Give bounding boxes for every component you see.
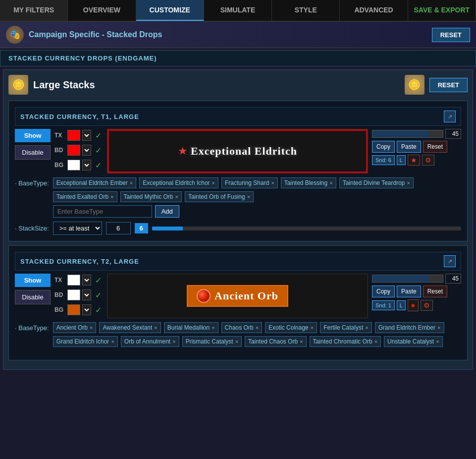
t1-tag-remove-1[interactable]: × — [212, 180, 215, 186]
t1-stacksize-operator[interactable]: >= at least — [53, 222, 102, 235]
nav-overview[interactable]: OVERVIEW — [68, 0, 136, 21]
t2-tag-remove-5[interactable]: × — [365, 325, 368, 331]
t1-snd-badge: Snd: 6 — [372, 155, 395, 165]
t2-show-disable-col: Show Disable — [15, 274, 51, 304]
t1-tag-remove-2[interactable]: × — [271, 180, 274, 186]
t1-bd-color-dropdown[interactable]: ▼ — [82, 145, 91, 156]
t2-tx-color-swatch[interactable] — [67, 275, 80, 286]
nav-my-filters[interactable]: MY FILTERS — [0, 0, 68, 21]
t2-l-badge: L — [397, 300, 406, 310]
t2-tag-label-12: Unstable Catalyst — [387, 338, 434, 345]
t2-tag-label-1: Awakened Sextant — [103, 324, 152, 331]
t1-tag-remove-5[interactable]: × — [110, 194, 113, 200]
t2-bd-color-dropdown[interactable]: ▼ — [82, 289, 91, 300]
t1-slider-track[interactable] — [372, 130, 443, 138]
t2-tag-label-5: Fertile Catalyst — [323, 324, 363, 331]
t2-tag-remove-1[interactable]: × — [154, 325, 157, 331]
stack-icon: 🪙 — [8, 75, 28, 95]
t1-tag-3: Tainted Blessing × — [281, 177, 336, 188]
t2-bd-check[interactable]: ✓ — [93, 290, 103, 300]
t2-paste-button[interactable]: Paste — [397, 286, 421, 297]
t2-show-button[interactable]: Show — [15, 274, 51, 287]
t1-tx-color-dropdown[interactable]: ▼ — [82, 130, 91, 141]
t2-title-bar: STACKED CURRENCY, T2, LARGE ↗ — [15, 252, 461, 271]
campaign-reset-button[interactable]: RESET — [432, 28, 470, 42]
t1-paste-button[interactable]: Paste — [397, 141, 421, 153]
t1-expand-button[interactable]: ↗ — [444, 111, 456, 122]
t1-disable-button[interactable]: Disable — [15, 145, 51, 160]
stack-icon-right: 🪙 — [405, 75, 424, 95]
t2-tag-remove-4[interactable]: × — [311, 325, 314, 331]
nav-advanced[interactable]: ADVANCED — [340, 0, 408, 21]
t1-bg-color-swatch[interactable] — [67, 160, 80, 171]
t2-tag-remove-6[interactable]: × — [437, 325, 440, 331]
t1-tag-remove-7[interactable]: × — [247, 194, 250, 200]
t2-expand-button[interactable]: ↗ — [444, 255, 456, 267]
t1-tag-remove-4[interactable]: × — [407, 180, 410, 186]
t2-preview-inner: Ancient Orb — [187, 285, 288, 307]
t1-tag-7: Tainted Orb of Fusing × — [185, 191, 254, 202]
t2-color-controls: TX ▼ ✓ BD ▼ ✓ BG ▼ ✓ — [54, 274, 103, 316]
t1-tag-2: Fracturing Shard × — [221, 177, 278, 188]
t1-basetype-add-button[interactable]: Add — [155, 205, 179, 218]
t2-tag-remove-8[interactable]: × — [172, 339, 175, 344]
t2-tag-remove-2[interactable]: × — [212, 325, 214, 331]
t1-bg-color-dropdown[interactable]: ▼ — [82, 160, 91, 171]
nav-save-export[interactable]: SAVE & EXPORT — [408, 0, 476, 21]
t2-bg-color-dropdown[interactable]: ▼ — [82, 304, 91, 315]
t2-tag-remove-3[interactable]: × — [256, 325, 259, 331]
t2-disable-button[interactable]: Disable — [15, 290, 51, 304]
t2-tag-label-9: Prismatic Catalyst — [186, 338, 233, 345]
nav-simulate[interactable]: SIMULATE — [204, 0, 272, 21]
t2-basetype-content: Ancient Orb × Awakened Sextant × Burial … — [53, 322, 461, 350]
t2-tag-remove-10[interactable]: × — [300, 339, 303, 344]
t1-tag-label-3: Tainted Blessing — [284, 179, 327, 186]
t1-stacksize-slider[interactable] — [152, 227, 461, 230]
t1-bg-check[interactable]: ✓ — [93, 160, 103, 170]
t1-tx-color-swatch[interactable] — [67, 130, 80, 141]
t2-tx-color-dropdown[interactable]: ▼ — [82, 275, 91, 286]
nav-customize[interactable]: CUSTOMIZE — [136, 0, 204, 21]
t2-tag-label-8: Orb of Annulment — [124, 338, 170, 345]
t2-basetype-label: · BaseType: — [15, 324, 49, 332]
t1-title: STACKED CURRENCY, T1, LARGE — [20, 113, 139, 120]
t2-tags-container: Ancient Orb × Awakened Sextant × Burial … — [53, 322, 461, 347]
t2-slider-track[interactable] — [372, 275, 443, 283]
t1-tag-remove-0[interactable]: × — [130, 180, 133, 186]
t1-reset-button[interactable]: Reset — [423, 141, 447, 153]
large-stacks-reset-button[interactable]: RESET — [429, 78, 468, 92]
t1-bd-color-swatch[interactable] — [67, 145, 80, 156]
t1-tag-label-1: Exceptional Eldritch Ichor — [143, 179, 210, 186]
t2-circle-badge[interactable]: ● — [408, 299, 419, 311]
t2-copy-button[interactable]: Copy — [372, 286, 395, 297]
t2-bd-color-swatch[interactable] — [67, 289, 80, 300]
t2-tag-5: Fertile Catalyst × — [320, 322, 371, 333]
t2-gear-badge[interactable]: ⚙ — [421, 300, 433, 311]
t1-gear-badge[interactable]: ⚙ — [422, 155, 434, 166]
t1-tag-remove-3[interactable]: × — [329, 180, 332, 186]
t2-tag-remove-0[interactable]: × — [90, 325, 93, 331]
nav-style[interactable]: STYLE — [272, 0, 340, 21]
t2-tag-9: Prismatic Catalyst × — [182, 336, 242, 347]
t2-bg-check[interactable]: ✓ — [93, 305, 103, 315]
t2-tx-check[interactable]: ✓ — [93, 275, 103, 285]
t2-preview-main-text: Ancient Orb — [214, 289, 278, 302]
t1-tx-check[interactable]: ✓ — [93, 130, 103, 140]
t2-bg-color-swatch[interactable] — [67, 304, 80, 315]
t1-stacksize-row: · StackSize: >= at least 6 — [15, 222, 461, 235]
t2-reset-button[interactable]: Reset — [423, 286, 447, 297]
t1-copy-button[interactable]: Copy — [372, 141, 395, 153]
t1-color-controls: TX ▼ ✓ BD ▼ ✓ BG ▼ ✓ — [54, 129, 103, 172]
t1-bd-check[interactable]: ✓ — [93, 145, 103, 155]
t2-tag-remove-12[interactable]: × — [436, 339, 439, 344]
t1-basetype-input[interactable] — [53, 205, 152, 218]
t2-tag-remove-9[interactable]: × — [235, 339, 238, 344]
t1-show-disable-col: Show Disable — [15, 129, 51, 160]
t1-snd-row: Snd: 6 L ★ ⚙ — [372, 155, 461, 166]
t2-tag-remove-7[interactable]: × — [111, 339, 114, 344]
t1-star-badge[interactable]: ★ — [408, 155, 420, 166]
t2-tag-remove-11[interactable]: × — [374, 339, 377, 344]
t1-show-button[interactable]: Show — [15, 129, 51, 142]
t1-tag-remove-6[interactable]: × — [175, 194, 178, 200]
t1-stacksize-min-input[interactable] — [106, 222, 131, 234]
